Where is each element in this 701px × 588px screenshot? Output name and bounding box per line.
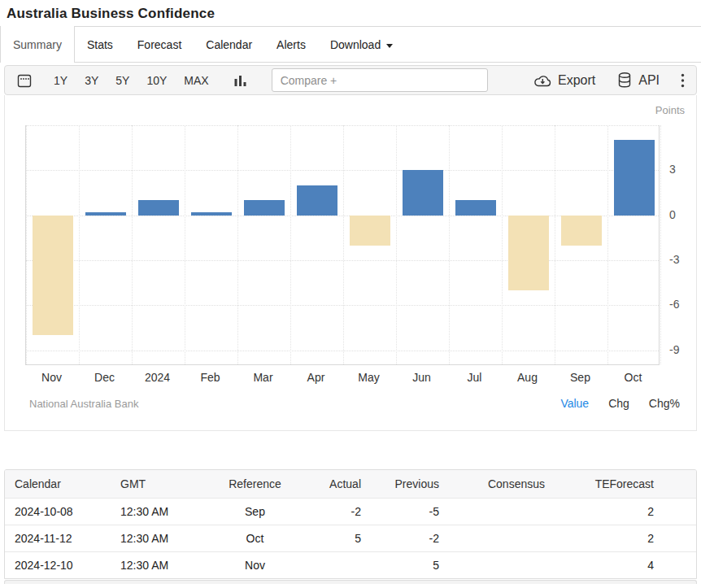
table-cell: -5 — [371, 499, 449, 525]
cloud-download-icon — [533, 72, 552, 89]
calendar-table: CalendarGMTReferenceActualPreviousConsen… — [4, 469, 697, 579]
grid-line-horizontal — [26, 125, 659, 126]
y-axis-tick-label: 0 — [669, 208, 676, 221]
calendar-icon — [16, 72, 33, 89]
table-cell: 2 — [555, 525, 696, 552]
api-button[interactable]: API — [616, 72, 660, 89]
grid-line-horizontal — [26, 170, 659, 171]
grid-line-horizontal — [26, 351, 659, 351]
page-title: Australia Business Confidence — [7, 6, 694, 22]
bar-chart-plot — [25, 125, 660, 365]
calendar-range-button[interactable] — [16, 72, 33, 89]
database-icon — [616, 72, 633, 89]
tab-calendar[interactable]: Calendar — [194, 27, 264, 62]
column-header-teforecast: TEForecast — [555, 470, 696, 499]
column-header-actual: Actual — [302, 470, 371, 499]
page-header: Australia Business Confidence — [0, 0, 701, 26]
bar-sep[interactable] — [561, 216, 602, 246]
table-row[interactable]: 2024-10-0812:30 AMSep-2-52 — [5, 499, 696, 525]
x-axis-label: Feb — [184, 371, 237, 384]
grid-line-vertical — [237, 125, 238, 364]
chg-percent-link[interactable]: Chg% — [649, 397, 680, 410]
kebab-menu-button[interactable] — [681, 73, 685, 88]
export-button[interactable]: Export — [533, 72, 595, 89]
y-axis-tick-label: -3 — [669, 253, 679, 266]
chart-toolbar: 1Y 3Y 5Y 10Y MAX Export API — [4, 65, 697, 95]
column-header-gmt: GMT — [111, 470, 208, 499]
column-header-calendar: Calendar — [5, 470, 111, 499]
chg-link[interactable]: Chg — [608, 397, 629, 410]
chart-type-button[interactable] — [233, 73, 247, 88]
grid-line-vertical — [290, 125, 291, 364]
tab-download[interactable]: Download — [318, 27, 405, 62]
y-axis-tick-label: 3 — [669, 163, 676, 176]
x-axis-label: Jul — [448, 371, 501, 384]
table-cell — [302, 552, 371, 579]
x-axis-label: 2024 — [131, 371, 184, 384]
bar-aug[interactable] — [508, 216, 549, 290]
next-table-header-strip — [4, 580, 697, 584]
x-axis-label: Dec — [78, 371, 131, 384]
bar-may[interactable] — [350, 216, 390, 246]
grid-line-vertical — [396, 125, 397, 364]
table-cell: -2 — [371, 525, 449, 552]
table-row[interactable]: 2024-11-1212:30 AMOct5-22 — [5, 525, 696, 552]
range-1y[interactable]: 1Y — [54, 74, 67, 87]
y-axis-tick-label: -6 — [669, 298, 679, 311]
chart-source-link[interactable]: National Australia Bank — [29, 398, 138, 410]
compare-input[interactable] — [272, 68, 488, 92]
bar-2024[interactable] — [138, 200, 179, 215]
bar-oct[interactable] — [614, 140, 655, 215]
table-cell: 2024-10-08 — [5, 499, 111, 525]
x-axis-label: Apr — [290, 371, 342, 384]
table-row[interactable]: 2024-12-1012:30 AMNov54 — [5, 552, 696, 579]
table-cell: 2024-12-10 — [5, 552, 111, 579]
table-cell: 5 — [302, 525, 371, 552]
y-axis-tick-label: -9 — [669, 343, 679, 356]
caret-down-icon — [386, 44, 393, 48]
range-5y[interactable]: 5Y — [115, 74, 129, 87]
x-axis-label: Mar — [237, 371, 290, 384]
table-header: CalendarGMTReferenceActualPreviousConsen… — [5, 470, 696, 499]
grid-line-vertical — [502, 125, 503, 364]
bar-jul[interactable] — [455, 200, 496, 215]
chart-card: Points 30-3-6-9 NovDec2024FebMarAprMayJu… — [4, 95, 697, 431]
table-cell: 2024-11-12 — [5, 525, 111, 552]
x-axis-label: May — [342, 371, 395, 384]
table-cell: Nov — [208, 552, 302, 579]
tab-bar: Summary Stats Forecast Calendar Alerts D… — [0, 26, 701, 63]
bar-dec[interactable] — [85, 212, 126, 216]
y-axis-unit-label: Points — [655, 104, 685, 116]
x-axis-label: Sep — [554, 371, 607, 384]
range-3y[interactable]: 3Y — [85, 74, 98, 87]
x-axis-label: Nov — [25, 371, 78, 384]
grid-line-vertical — [449, 125, 450, 364]
grid-line-vertical — [26, 125, 27, 364]
chart-footer-links: Value Chg Chg% — [560, 397, 680, 410]
tab-stats[interactable]: Stats — [75, 27, 125, 62]
range-max[interactable]: MAX — [184, 74, 208, 87]
bar-chart-icon — [233, 73, 247, 88]
table-cell: 5 — [371, 552, 449, 579]
toolbar-right-group: Export API — [533, 72, 685, 89]
range-10y[interactable]: 10Y — [146, 74, 167, 87]
table-cell — [449, 499, 555, 525]
grid-line-vertical — [660, 125, 661, 364]
bar-mar[interactable] — [244, 200, 285, 215]
table-cell: -2 — [302, 499, 371, 525]
bar-jun[interactable] — [403, 170, 443, 215]
table-cell: Sep — [208, 499, 302, 525]
bar-apr[interactable] — [297, 185, 337, 216]
bar-nov[interactable] — [33, 216, 73, 336]
bar-feb[interactable] — [191, 212, 232, 216]
tab-alerts[interactable]: Alerts — [264, 27, 318, 62]
tab-forecast[interactable]: Forecast — [125, 27, 194, 62]
tab-summary[interactable]: Summary — [0, 26, 75, 63]
x-axis-label: Oct — [607, 371, 660, 384]
grid-line-horizontal — [26, 260, 659, 261]
value-link[interactable]: Value — [560, 397, 589, 410]
grid-line-horizontal — [26, 305, 659, 306]
table-cell: 12:30 AM — [111, 525, 208, 552]
table-cell: 12:30 AM — [111, 552, 208, 579]
column-header-previous: Previous — [371, 470, 449, 499]
